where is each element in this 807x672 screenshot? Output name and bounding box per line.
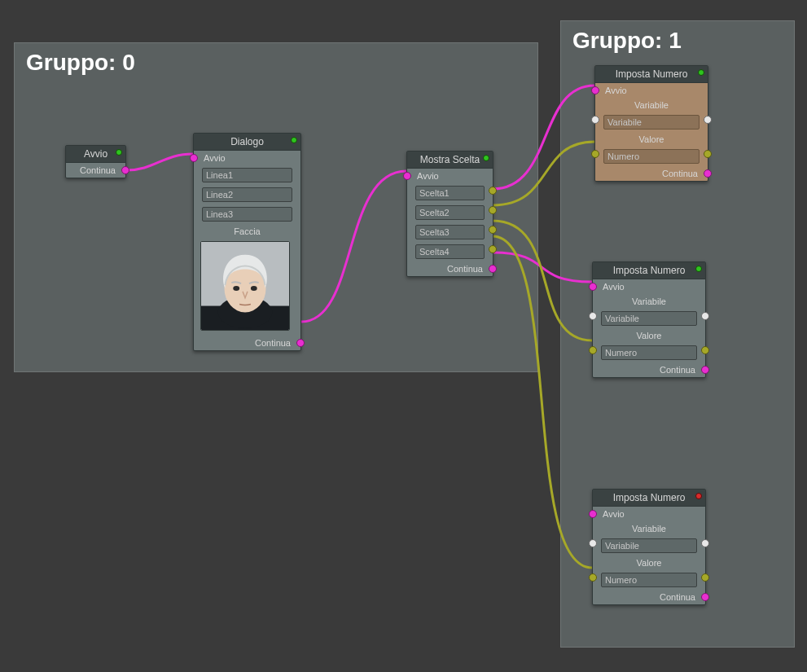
- imposta3-numero-field[interactable]: Numero: [601, 573, 697, 587]
- dialogo-linea1-field[interactable]: Linea1: [202, 168, 292, 182]
- node-dialogo-header[interactable]: Dialogo: [194, 134, 300, 151]
- socket-out-numero[interactable]: [704, 150, 712, 158]
- imposta1-variabile-label: Variabile: [634, 100, 669, 110]
- socket-out-variabile[interactable]: [701, 312, 709, 320]
- imposta2-title: Imposta Numero: [613, 265, 686, 276]
- node-dialogo-title: Dialogo: [230, 136, 264, 147]
- socket-in-numero[interactable]: [589, 346, 597, 354]
- imposta2-header[interactable]: Imposta Numero: [593, 262, 705, 279]
- status-dot-icon: [698, 69, 704, 76]
- socket-out-flow[interactable]: [489, 265, 497, 273]
- mostra-scelta-continua-label: Continua: [447, 264, 483, 274]
- socket-out-flow[interactable]: [296, 339, 305, 347]
- node-dialogo[interactable]: Dialogo Avvio Linea1 Linea2 Linea3 Facci…: [193, 133, 301, 351]
- imposta3-variabile-label: Variabile: [632, 524, 666, 534]
- status-dot-icon: [695, 493, 702, 499]
- node-imposta-numero-1[interactable]: Imposta Numero Avvio Variabile Variabile…: [594, 65, 708, 182]
- imposta1-title: Imposta Numero: [616, 68, 688, 80]
- socket-in-variabile[interactable]: [589, 539, 597, 547]
- imposta2-numero-field[interactable]: Numero: [601, 345, 697, 360]
- status-dot-icon: [695, 266, 702, 272]
- group-0-title: Gruppo: 0: [15, 43, 537, 76]
- node-avvio[interactable]: Avvio Continua: [65, 145, 126, 178]
- socket-out-numero[interactable]: [701, 573, 709, 582]
- scelta4-field[interactable]: Scelta4: [415, 244, 485, 259]
- dialogo-face-image[interactable]: [200, 241, 290, 331]
- imposta2-continua-label: Continua: [660, 365, 695, 375]
- imposta1-continua-label: Continua: [662, 169, 698, 178]
- status-dot-icon: [483, 155, 489, 161]
- imposta3-variabile-field[interactable]: Variabile: [601, 538, 697, 553]
- status-dot-icon: [291, 137, 297, 143]
- socket-out-scelta3[interactable]: [489, 226, 497, 234]
- socket-out-flow[interactable]: [701, 593, 709, 601]
- imposta3-title: Imposta Numero: [613, 492, 686, 503]
- imposta2-avvio-row: Avvio: [593, 279, 705, 294]
- node-mostra-scelta-header[interactable]: Mostra Scelta: [407, 152, 493, 169]
- scelta3-field[interactable]: Scelta3: [415, 225, 485, 239]
- imposta3-continua-label: Continua: [660, 592, 695, 602]
- imposta3-avvio-label: Avvio: [603, 509, 625, 519]
- imposta1-continua-row: Continua: [595, 166, 708, 181]
- node-avvio-header[interactable]: Avvio: [66, 146, 125, 163]
- socket-out-numero[interactable]: [701, 346, 709, 354]
- imposta1-valore-label: Valore: [639, 134, 664, 144]
- socket-in-flow[interactable]: [403, 172, 411, 180]
- socket-out-variabile[interactable]: [704, 116, 712, 124]
- socket-in-flow[interactable]: [589, 510, 597, 518]
- status-dot-icon: [116, 149, 122, 156]
- dialogo-linea3-field[interactable]: Linea3: [202, 207, 292, 222]
- imposta2-avvio-label: Avvio: [603, 282, 625, 292]
- imposta2-continua-row: Continua: [593, 362, 705, 377]
- socket-out-flow[interactable]: [701, 366, 709, 374]
- svg-point-5: [251, 286, 257, 291]
- imposta1-header[interactable]: Imposta Numero: [595, 66, 708, 83]
- scelta1-field[interactable]: Scelta1: [415, 186, 485, 200]
- dialogo-linea2-field[interactable]: Linea2: [202, 187, 292, 202]
- node-canvas[interactable]: Gruppo: 0 Gruppo: 1 Avvio Continua Dialo…: [0, 0, 807, 672]
- mostra-scelta-avvio-row: Avvio: [407, 169, 493, 183]
- socket-in-variabile[interactable]: [591, 116, 599, 124]
- node-mostra-scelta[interactable]: Mostra Scelta Avvio Scelta1 Scelta2 Scel…: [406, 151, 493, 277]
- imposta3-avvio-row: Avvio: [593, 507, 705, 521]
- node-avvio-title: Avvio: [84, 148, 107, 160]
- imposta2-valore-label: Valore: [637, 331, 662, 340]
- imposta1-numero-field[interactable]: Numero: [603, 149, 700, 164]
- node-imposta-numero-2[interactable]: Imposta Numero Avvio Variabile Variabile…: [592, 261, 706, 378]
- node-imposta-numero-3[interactable]: Imposta Numero Avvio Variabile Variabile…: [592, 489, 706, 605]
- node-dialogo-avvio-label: Avvio: [204, 153, 226, 163]
- socket-in-flow[interactable]: [591, 86, 599, 94]
- scelta2-field[interactable]: Scelta2: [415, 205, 485, 220]
- mostra-scelta-continua-row: Continua: [407, 261, 493, 276]
- node-avvio-continua-row: Continua: [66, 163, 125, 178]
- node-avvio-continua-label: Continua: [80, 165, 116, 175]
- mostra-scelta-avvio-label: Avvio: [417, 171, 439, 181]
- socket-in-numero[interactable]: [589, 573, 597, 582]
- imposta1-variabile-field[interactable]: Variabile: [603, 115, 700, 130]
- imposta3-continua-row: Continua: [593, 590, 705, 604]
- group-1-title: Gruppo: 1: [561, 21, 794, 54]
- imposta3-header[interactable]: Imposta Numero: [593, 490, 705, 507]
- socket-in-numero[interactable]: [591, 150, 599, 158]
- node-dialogo-avvio-row: Avvio: [194, 151, 300, 165]
- socket-in-flow[interactable]: [190, 154, 198, 162]
- imposta2-variabile-label: Variabile: [632, 296, 666, 306]
- socket-out-flow[interactable]: [704, 169, 712, 178]
- dialogo-faccia-label: Faccia: [234, 226, 260, 236]
- imposta2-variabile-field[interactable]: Variabile: [601, 311, 697, 326]
- imposta1-avvio-label: Avvio: [605, 86, 627, 95]
- socket-out-scelta1[interactable]: [489, 187, 497, 195]
- socket-out-variabile[interactable]: [701, 539, 709, 547]
- socket-out-scelta4[interactable]: [489, 245, 497, 253]
- imposta1-avvio-row: Avvio: [595, 83, 708, 98]
- socket-in-variabile[interactable]: [589, 312, 597, 320]
- node-dialogo-continua-row: Continua: [194, 336, 300, 350]
- svg-point-4: [233, 286, 239, 291]
- node-dialogo-continua-label: Continua: [255, 338, 291, 348]
- socket-out-scelta2[interactable]: [489, 206, 497, 214]
- socket-out-flow[interactable]: [121, 166, 129, 174]
- socket-in-flow[interactable]: [589, 283, 597, 291]
- node-mostra-scelta-title: Mostra Scelta: [420, 154, 480, 165]
- imposta3-valore-label: Valore: [637, 558, 662, 568]
